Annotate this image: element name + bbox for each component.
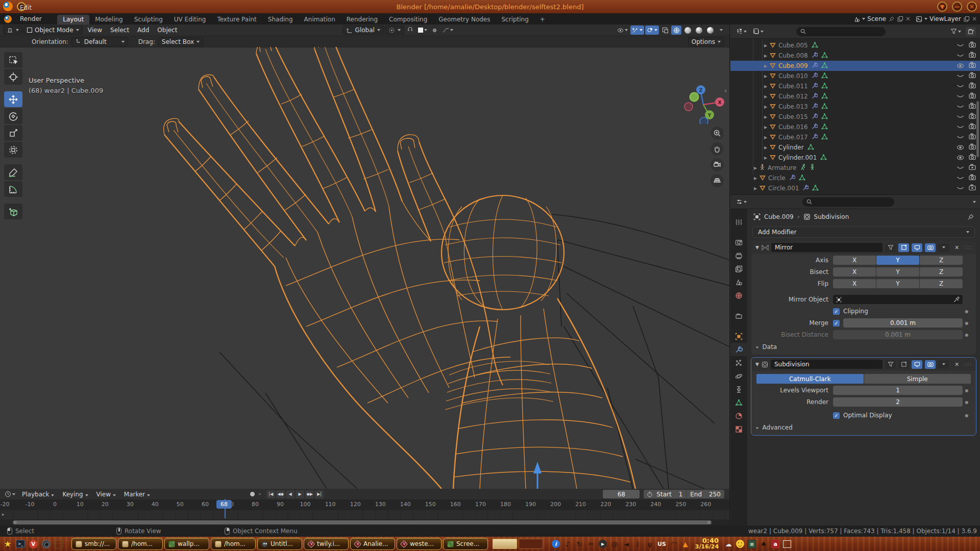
axis-x-button[interactable]: X [833,279,876,288]
snap-settings[interactable] [416,26,429,35]
tab-scene[interactable] [730,276,747,289]
tray-icon[interactable] [736,540,744,548]
tab-collection[interactable] [730,309,747,322]
axis-y-negative[interactable] [690,93,699,102]
simple-button[interactable]: Simple [864,374,971,384]
disable-render-toggle[interactable] [969,103,976,111]
pin-icon[interactable] [888,16,895,22]
add-cube-tool[interactable] [4,204,22,219]
expand-arrow-icon[interactable]: ▶ [764,125,769,130]
hide-viewport-toggle[interactable] [957,73,964,79]
minimize-button[interactable]: — [952,2,962,12]
axis-z-negative[interactable] [700,117,708,124]
expand-arrow-icon[interactable]: ▶ [754,176,759,181]
subdivision-panel-header[interactable]: ▼ Subdivision ✕ ⸬⸬ [751,358,976,371]
archive-launcher[interactable] [53,538,64,549]
axis-x-button[interactable]: X [833,256,876,265]
viewport-menu[interactable]: Select [106,27,133,34]
workspace-tab[interactable]: Geometry Nodes [433,15,496,24]
hide-viewport-toggle[interactable] [957,165,964,171]
tray-icon[interactable]: ᛒ [634,540,642,548]
new-viewlayer-icon[interactable] [963,16,970,22]
hide-viewport-toggle[interactable] [957,175,964,181]
outliner-filter-button[interactable] [949,27,963,36]
new-scene-icon[interactable] [897,16,903,22]
workspace-tab[interactable]: Animation [299,15,341,24]
expand-arrow-icon[interactable]: ▶ [764,84,769,89]
timeline-channels[interactable]: ▸ [0,510,729,519]
outliner-row[interactable]: ▶ Cube.009 [730,61,980,71]
taskbar-clock[interactable]: 0:40 3/16/24 [695,538,719,550]
timeline-menu[interactable]: Playback [18,491,58,498]
taskbar-window-button[interactable]: Untitl... ◄) [257,538,302,550]
expand-arrow-icon[interactable]: ▶ [754,166,759,170]
workspace-tab[interactable]: Texture Paint [211,15,262,24]
outliner-row[interactable]: ▶ Cylinder.001 [730,153,980,163]
menu-item[interactable]: Render [15,13,49,24]
vlc-launcher[interactable]: V [28,538,39,549]
disable-render-toggle[interactable] [969,72,976,80]
tab-particles[interactable] [730,356,747,369]
annotate-tool[interactable] [4,164,22,180]
levels-viewport-field[interactable]: 1 [833,386,963,395]
shading-solid-button[interactable] [682,26,693,35]
axis-y-button[interactable]: Y [876,256,919,265]
transport-button[interactable]: |◀ [266,490,275,498]
viewlayer-selector[interactable]: ViewLayer ✕ [916,15,977,22]
collapse-icon[interactable]: ▼ [755,362,759,367]
shading-wireframe-button[interactable] [671,26,681,35]
mode-selector[interactable]: Object Mode [23,26,83,35]
advanced-section-toggle[interactable]: ▸Advanced [751,421,976,431]
navigation-gizmo[interactable]: Z X Y [681,73,727,124]
viewport-menu[interactable]: View [84,27,106,34]
timeline-menu[interactable]: View [92,491,120,498]
disable-render-toggle[interactable] [969,113,976,121]
transport-button[interactable]: ◆▶ [305,490,314,498]
expand-arrow-icon[interactable]: ▶ [764,156,769,160]
terminal-launcher[interactable]: >_ [15,538,26,549]
expand-arrow-icon[interactable]: ▶ [764,105,769,109]
timeline-editor-type[interactable] [3,490,17,499]
wireframe-hand-mesh[interactable] [0,47,730,489]
expand-arrow-icon[interactable]: ▶ [764,135,769,140]
tab-view-layer[interactable] [730,262,747,276]
workspace-tab[interactable]: Scripting [496,15,534,24]
workspace-tab[interactable]: + [534,15,551,24]
extras-dropdown[interactable] [938,243,949,252]
taskbar-window-button[interactable]: Analie... ◄) [350,538,395,550]
tab-physics[interactable] [730,369,747,383]
disable-render-toggle[interactable] [969,154,976,162]
gizmos-toggle[interactable] [630,26,644,35]
taskbar-window-button[interactable]: twily.i... ◄) [304,538,349,550]
new-collection-button[interactable] [966,27,976,36]
hide-viewport-toggle[interactable] [957,53,964,59]
tray-icon[interactable]: ◄ [622,540,630,548]
close-button[interactable]: ✕ [967,2,977,12]
on-cage-toggle[interactable] [885,360,896,369]
transport-button[interactable]: ▶ [296,490,304,498]
tray-icon[interactable]: ▦ [748,540,756,548]
expand-arrow-icon[interactable]: ▶ [764,43,769,48]
on-cage-toggle[interactable] [885,243,896,252]
delete-modifier-button[interactable]: ✕ [951,360,962,369]
disable-render-toggle[interactable] [969,143,976,152]
outliner-row[interactable]: ▶ Circle.001 [730,183,980,193]
collapse-icon[interactable]: ▼ [755,245,759,250]
expand-arrow-icon[interactable]: ▶ [754,186,759,191]
unlink-scene-icon[interactable]: ✕ [905,15,911,22]
tab-material[interactable] [730,409,747,422]
star-launcher[interactable]: ★ [2,538,13,549]
tab-constraints[interactable] [730,383,747,396]
outliner-row[interactable]: ▶ Cube.013 [730,102,980,112]
outliner-filter-images[interactable] [751,27,765,36]
shade-button[interactable]: ▼ [937,2,947,12]
pan-button[interactable] [710,142,724,156]
taskbar-window-button[interactable]: wallp... ◄) [164,538,209,550]
cursor-tool[interactable] [4,69,22,85]
properties-search-input[interactable] [802,197,894,207]
disable-render-toggle[interactable] [969,123,976,131]
disable-render-toggle[interactable] [969,82,976,90]
options-button[interactable]: Options [688,37,724,46]
optimal-display-checkbox[interactable]: ✓ [833,412,840,419]
tab-texture[interactable] [730,422,747,436]
